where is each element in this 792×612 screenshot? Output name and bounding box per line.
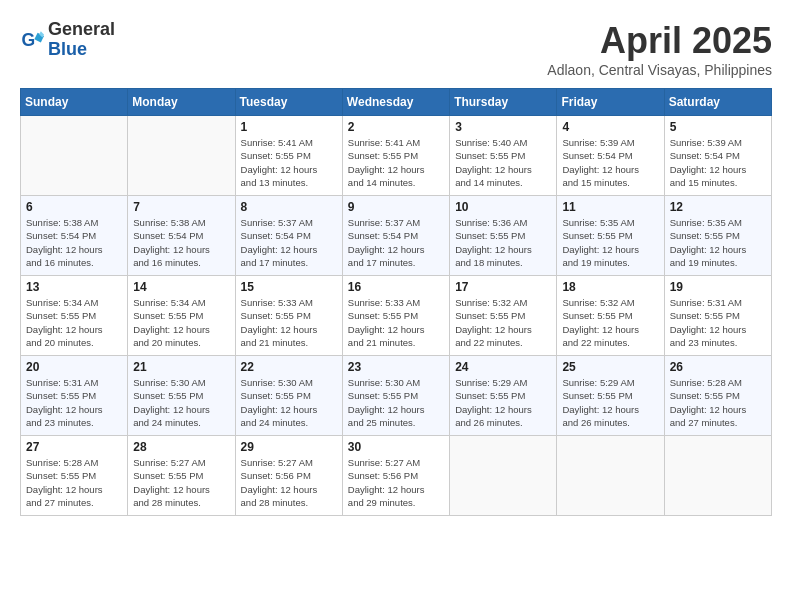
- day-info: Sunrise: 5:39 AM Sunset: 5:54 PM Dayligh…: [670, 136, 766, 189]
- day-number: 5: [670, 120, 766, 134]
- weekday-header-tuesday: Tuesday: [235, 89, 342, 116]
- weekday-header-monday: Monday: [128, 89, 235, 116]
- day-number: 17: [455, 280, 551, 294]
- day-info: Sunrise: 5:41 AM Sunset: 5:55 PM Dayligh…: [241, 136, 337, 189]
- calendar-cell: 11Sunrise: 5:35 AM Sunset: 5:55 PM Dayli…: [557, 196, 664, 276]
- calendar-cell: 26Sunrise: 5:28 AM Sunset: 5:55 PM Dayli…: [664, 356, 771, 436]
- weekday-header-sunday: Sunday: [21, 89, 128, 116]
- day-number: 9: [348, 200, 444, 214]
- day-number: 29: [241, 440, 337, 454]
- week-row-1: 6Sunrise: 5:38 AM Sunset: 5:54 PM Daylig…: [21, 196, 772, 276]
- day-info: Sunrise: 5:38 AM Sunset: 5:54 PM Dayligh…: [26, 216, 122, 269]
- calendar-cell: 15Sunrise: 5:33 AM Sunset: 5:55 PM Dayli…: [235, 276, 342, 356]
- calendar: SundayMondayTuesdayWednesdayThursdayFrid…: [20, 88, 772, 516]
- calendar-cell: 6Sunrise: 5:38 AM Sunset: 5:54 PM Daylig…: [21, 196, 128, 276]
- day-number: 14: [133, 280, 229, 294]
- day-number: 8: [241, 200, 337, 214]
- day-number: 27: [26, 440, 122, 454]
- day-info: Sunrise: 5:37 AM Sunset: 5:54 PM Dayligh…: [348, 216, 444, 269]
- calendar-cell: 13Sunrise: 5:34 AM Sunset: 5:55 PM Dayli…: [21, 276, 128, 356]
- day-number: 20: [26, 360, 122, 374]
- logo: G General Blue: [20, 20, 115, 60]
- weekday-header-wednesday: Wednesday: [342, 89, 449, 116]
- calendar-cell: 22Sunrise: 5:30 AM Sunset: 5:55 PM Dayli…: [235, 356, 342, 436]
- week-row-0: 1Sunrise: 5:41 AM Sunset: 5:55 PM Daylig…: [21, 116, 772, 196]
- day-info: Sunrise: 5:32 AM Sunset: 5:55 PM Dayligh…: [562, 296, 658, 349]
- calendar-cell: 24Sunrise: 5:29 AM Sunset: 5:55 PM Dayli…: [450, 356, 557, 436]
- day-info: Sunrise: 5:28 AM Sunset: 5:55 PM Dayligh…: [670, 376, 766, 429]
- calendar-cell: [128, 116, 235, 196]
- day-info: Sunrise: 5:32 AM Sunset: 5:55 PM Dayligh…: [455, 296, 551, 349]
- calendar-cell: 18Sunrise: 5:32 AM Sunset: 5:55 PM Dayli…: [557, 276, 664, 356]
- day-info: Sunrise: 5:41 AM Sunset: 5:55 PM Dayligh…: [348, 136, 444, 189]
- calendar-cell: 14Sunrise: 5:34 AM Sunset: 5:55 PM Dayli…: [128, 276, 235, 356]
- weekday-header-saturday: Saturday: [664, 89, 771, 116]
- logo-icon: G: [20, 28, 44, 52]
- day-number: 26: [670, 360, 766, 374]
- day-info: Sunrise: 5:28 AM Sunset: 5:55 PM Dayligh…: [26, 456, 122, 509]
- day-info: Sunrise: 5:31 AM Sunset: 5:55 PM Dayligh…: [670, 296, 766, 349]
- day-info: Sunrise: 5:27 AM Sunset: 5:56 PM Dayligh…: [241, 456, 337, 509]
- day-number: 1: [241, 120, 337, 134]
- calendar-cell: 20Sunrise: 5:31 AM Sunset: 5:55 PM Dayli…: [21, 356, 128, 436]
- day-number: 28: [133, 440, 229, 454]
- day-info: Sunrise: 5:27 AM Sunset: 5:56 PM Dayligh…: [348, 456, 444, 509]
- day-info: Sunrise: 5:36 AM Sunset: 5:55 PM Dayligh…: [455, 216, 551, 269]
- day-info: Sunrise: 5:30 AM Sunset: 5:55 PM Dayligh…: [348, 376, 444, 429]
- calendar-cell: [21, 116, 128, 196]
- day-info: Sunrise: 5:35 AM Sunset: 5:55 PM Dayligh…: [670, 216, 766, 269]
- calendar-cell: 4Sunrise: 5:39 AM Sunset: 5:54 PM Daylig…: [557, 116, 664, 196]
- day-number: 4: [562, 120, 658, 134]
- day-number: 23: [348, 360, 444, 374]
- day-number: 10: [455, 200, 551, 214]
- calendar-cell: 23Sunrise: 5:30 AM Sunset: 5:55 PM Dayli…: [342, 356, 449, 436]
- day-number: 25: [562, 360, 658, 374]
- day-number: 3: [455, 120, 551, 134]
- calendar-cell: 25Sunrise: 5:29 AM Sunset: 5:55 PM Dayli…: [557, 356, 664, 436]
- day-number: 16: [348, 280, 444, 294]
- day-info: Sunrise: 5:29 AM Sunset: 5:55 PM Dayligh…: [562, 376, 658, 429]
- calendar-cell: [450, 436, 557, 516]
- calendar-cell: 27Sunrise: 5:28 AM Sunset: 5:55 PM Dayli…: [21, 436, 128, 516]
- calendar-cell: [557, 436, 664, 516]
- day-number: 7: [133, 200, 229, 214]
- calendar-cell: [664, 436, 771, 516]
- month-title: April 2025: [547, 20, 772, 62]
- day-number: 13: [26, 280, 122, 294]
- title-area: April 2025 Adlaon, Central Visayas, Phil…: [547, 20, 772, 78]
- weekday-header-row: SundayMondayTuesdayWednesdayThursdayFrid…: [21, 89, 772, 116]
- day-info: Sunrise: 5:34 AM Sunset: 5:55 PM Dayligh…: [133, 296, 229, 349]
- calendar-cell: 16Sunrise: 5:33 AM Sunset: 5:55 PM Dayli…: [342, 276, 449, 356]
- day-number: 2: [348, 120, 444, 134]
- day-info: Sunrise: 5:31 AM Sunset: 5:55 PM Dayligh…: [26, 376, 122, 429]
- day-number: 19: [670, 280, 766, 294]
- day-number: 24: [455, 360, 551, 374]
- calendar-cell: 7Sunrise: 5:38 AM Sunset: 5:54 PM Daylig…: [128, 196, 235, 276]
- week-row-3: 20Sunrise: 5:31 AM Sunset: 5:55 PM Dayli…: [21, 356, 772, 436]
- day-info: Sunrise: 5:37 AM Sunset: 5:54 PM Dayligh…: [241, 216, 337, 269]
- day-info: Sunrise: 5:30 AM Sunset: 5:55 PM Dayligh…: [133, 376, 229, 429]
- day-number: 30: [348, 440, 444, 454]
- calendar-cell: 2Sunrise: 5:41 AM Sunset: 5:55 PM Daylig…: [342, 116, 449, 196]
- weekday-header-thursday: Thursday: [450, 89, 557, 116]
- calendar-cell: 3Sunrise: 5:40 AM Sunset: 5:55 PM Daylig…: [450, 116, 557, 196]
- week-row-2: 13Sunrise: 5:34 AM Sunset: 5:55 PM Dayli…: [21, 276, 772, 356]
- calendar-cell: 9Sunrise: 5:37 AM Sunset: 5:54 PM Daylig…: [342, 196, 449, 276]
- day-info: Sunrise: 5:39 AM Sunset: 5:54 PM Dayligh…: [562, 136, 658, 189]
- day-info: Sunrise: 5:27 AM Sunset: 5:55 PM Dayligh…: [133, 456, 229, 509]
- logo-blue-text: Blue: [48, 39, 87, 59]
- calendar-cell: 28Sunrise: 5:27 AM Sunset: 5:55 PM Dayli…: [128, 436, 235, 516]
- week-row-4: 27Sunrise: 5:28 AM Sunset: 5:55 PM Dayli…: [21, 436, 772, 516]
- calendar-cell: 17Sunrise: 5:32 AM Sunset: 5:55 PM Dayli…: [450, 276, 557, 356]
- logo-general-text: General: [48, 19, 115, 39]
- day-info: Sunrise: 5:40 AM Sunset: 5:55 PM Dayligh…: [455, 136, 551, 189]
- day-number: 18: [562, 280, 658, 294]
- calendar-cell: 8Sunrise: 5:37 AM Sunset: 5:54 PM Daylig…: [235, 196, 342, 276]
- header: G General Blue April 2025 Adlaon, Centra…: [20, 20, 772, 78]
- day-number: 22: [241, 360, 337, 374]
- weekday-header-friday: Friday: [557, 89, 664, 116]
- day-number: 11: [562, 200, 658, 214]
- calendar-cell: 19Sunrise: 5:31 AM Sunset: 5:55 PM Dayli…: [664, 276, 771, 356]
- svg-text:G: G: [22, 29, 36, 49]
- day-info: Sunrise: 5:38 AM Sunset: 5:54 PM Dayligh…: [133, 216, 229, 269]
